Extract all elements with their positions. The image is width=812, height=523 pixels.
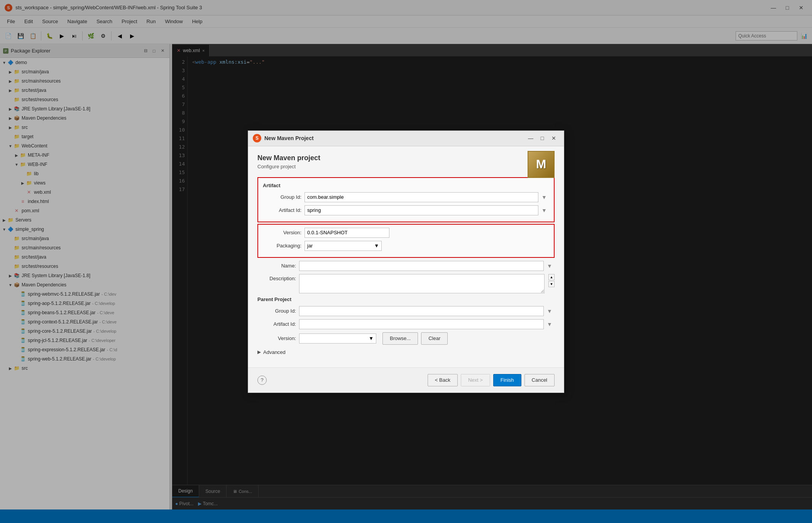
back-button[interactable]: < Back bbox=[428, 374, 458, 386]
parent-version-select[interactable]: ▼ bbox=[299, 333, 376, 344]
parent-version-arrow: ▼ bbox=[369, 335, 374, 341]
parent-group-id-input[interactable] bbox=[299, 306, 544, 316]
parent-artifact-id-row: Artifact Id: ▼ bbox=[257, 319, 555, 329]
dialog-title-left: S New Maven Project bbox=[253, 134, 314, 142]
parent-section-label: Parent Project bbox=[257, 296, 555, 302]
dialog-heading: New Maven project bbox=[257, 154, 555, 162]
help-button[interactable]: ? bbox=[257, 376, 267, 385]
help-icon-symbol: ? bbox=[261, 377, 263, 383]
dialog-close-btn[interactable]: ✕ bbox=[548, 134, 559, 143]
parent-artifact-id-label: Artifact Id: bbox=[257, 321, 296, 327]
artifact-label: Artifact bbox=[263, 183, 549, 188]
group-id-row: Group Id: ▼ bbox=[263, 192, 549, 202]
version-row: Version: bbox=[263, 228, 549, 238]
finish-button[interactable]: Finish bbox=[493, 374, 521, 386]
dialog-maximize-btn[interactable]: □ bbox=[537, 134, 548, 143]
dialog-title-bar: S New Maven Project — □ ✕ bbox=[248, 131, 564, 146]
dialog-icon: S bbox=[253, 134, 261, 142]
parent-artifact-id-dropdown[interactable]: ▼ bbox=[547, 321, 555, 327]
packaging-row: Packaging: jar ▼ bbox=[263, 241, 549, 251]
dialog-footer: ? < Back Next > Finish Cancel bbox=[248, 367, 564, 393]
artifact-id-label: Artifact Id: bbox=[263, 207, 301, 213]
parent-version-row: Version: ▼ Browse... Clear bbox=[257, 332, 555, 345]
maven-m-letter: M bbox=[536, 157, 546, 171]
description-row: Description: ▲ ▼ bbox=[257, 274, 555, 293]
description-textarea[interactable] bbox=[299, 274, 545, 293]
advanced-section[interactable]: ▶ Advanced bbox=[257, 349, 555, 355]
advanced-label: Advanced bbox=[263, 349, 286, 355]
parent-group-id-dropdown[interactable]: ▼ bbox=[547, 308, 555, 314]
version-input[interactable] bbox=[304, 228, 389, 238]
new-maven-project-dialog: S New Maven Project — □ ✕ M New Maven pr… bbox=[248, 130, 564, 393]
description-label: Description: bbox=[257, 274, 296, 281]
artifact-id-input[interactable] bbox=[304, 205, 538, 215]
parent-group-id-label: Group Id: bbox=[257, 308, 296, 314]
name-dropdown-arrow[interactable]: ▼ bbox=[547, 263, 555, 269]
packaging-select[interactable]: jar ▼ bbox=[304, 241, 382, 251]
parent-group-id-row: Group Id: ▼ bbox=[257, 306, 555, 316]
group-id-input[interactable] bbox=[304, 192, 538, 202]
group-id-label: Group Id: bbox=[263, 194, 301, 200]
name-input[interactable] bbox=[299, 261, 544, 271]
browse-button[interactable]: Browse... bbox=[382, 332, 418, 345]
packaging-value: jar bbox=[307, 243, 313, 249]
parent-project-section: Parent Project Group Id: ▼ Artifact Id: … bbox=[257, 296, 555, 345]
packaging-label: Packaging: bbox=[263, 243, 301, 249]
modal-overlay: S New Maven Project — □ ✕ M New Maven pr… bbox=[0, 0, 812, 523]
version-label: Version: bbox=[263, 230, 301, 235]
description-scroll-down[interactable]: ▼ bbox=[548, 281, 555, 287]
packaging-arrow-icon: ▼ bbox=[374, 243, 379, 249]
dialog-title: New Maven Project bbox=[264, 135, 314, 141]
artifact-id-dropdown-arrow[interactable]: ▼ bbox=[541, 207, 549, 213]
cancel-button[interactable]: Cancel bbox=[524, 374, 555, 386]
dialog-controls: — □ ✕ bbox=[525, 134, 559, 143]
advanced-arrow-icon: ▶ bbox=[257, 349, 261, 355]
artifact-id-row: Artifact Id: ▼ bbox=[263, 205, 549, 215]
group-id-dropdown-arrow[interactable]: ▼ bbox=[541, 194, 549, 200]
maven-icon: M bbox=[528, 151, 555, 178]
dialog-subheading: Configure project bbox=[257, 164, 555, 169]
parent-artifact-id-input[interactable] bbox=[299, 319, 544, 329]
clear-button[interactable]: Clear bbox=[421, 332, 448, 345]
description-scroll-up[interactable]: ▲ bbox=[548, 274, 555, 280]
parent-version-label: Version: bbox=[257, 335, 296, 341]
name-label: Name: bbox=[257, 263, 296, 269]
name-row: Name: ▼ bbox=[257, 261, 555, 271]
artifact-section: Artifact Group Id: ▼ Artifact Id: ▼ bbox=[257, 177, 555, 222]
dialog-body: M New Maven project Configure project Ar… bbox=[248, 146, 564, 367]
version-packaging-section: Version: Packaging: jar ▼ bbox=[257, 224, 555, 258]
dialog-minimize-btn[interactable]: — bbox=[525, 134, 536, 143]
next-button[interactable]: Next > bbox=[461, 374, 490, 386]
